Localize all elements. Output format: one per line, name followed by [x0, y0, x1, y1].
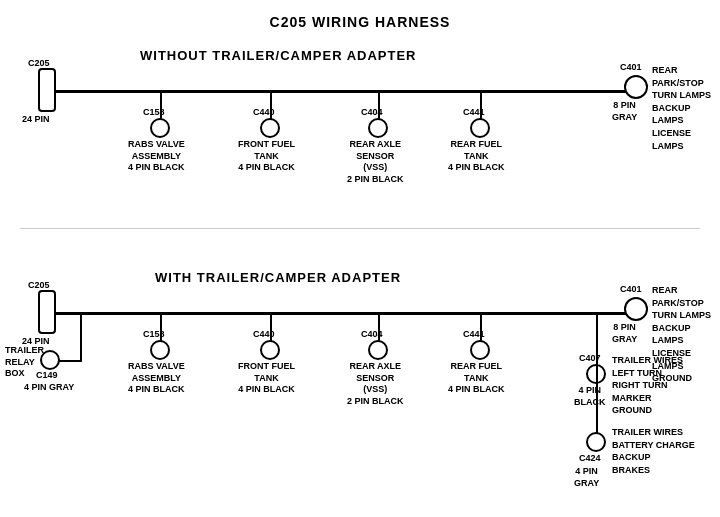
section1-c158-label: RABS VALVEASSEMBLY4 PIN BLACK [128, 139, 185, 174]
section2-left-connector [38, 290, 56, 334]
section2-c149-vline1 [80, 312, 82, 362]
section1-right-labels: REAR PARK/STOPTURN LAMPSBACKUP LAMPSLICE… [652, 64, 720, 152]
section2-main-line [55, 312, 635, 315]
section2-c440-label: FRONT FUELTANK4 PIN BLACK [238, 361, 295, 396]
section2-c441 [470, 340, 490, 360]
section1-c404-label: REAR AXLESENSOR(VSS)2 PIN BLACK [347, 139, 404, 186]
section1-c440-label: FRONT FUELTANK4 PIN BLACK [238, 139, 295, 174]
section2-c440-id: C440 [253, 329, 275, 341]
section2-c149-pin: 4 PIN GRAY [24, 382, 74, 394]
section1-c404 [368, 118, 388, 138]
section2-c441-label: REAR FUELTANK4 PIN BLACK [448, 361, 505, 396]
section1-c441-label: REAR FUELTANK4 PIN BLACK [448, 139, 505, 174]
section1-c158-id: C158 [143, 107, 165, 119]
section2-c424-id: C424 [579, 453, 601, 465]
section1-c441 [470, 118, 490, 138]
section-divider [20, 228, 700, 229]
section2-c404 [368, 340, 388, 360]
section2-right-id: C401 [620, 284, 642, 296]
section1-c440 [260, 118, 280, 138]
section2-c424 [586, 432, 606, 452]
section2-c149 [40, 350, 60, 370]
section1-right-pin: 8 PINGRAY [612, 100, 637, 123]
section1-label: WITHOUT TRAILER/CAMPER ADAPTER [140, 48, 417, 63]
section1-main-line [55, 90, 635, 93]
diagram-area: C205 WIRING HARNESS WITHOUT TRAILER/CAMP… [0, 0, 720, 490]
section2-c158-id: C158 [143, 329, 165, 341]
section1-left-connector [38, 68, 56, 112]
section2-c407-label: TRAILER WIRESLEFT TURNRIGHT TURNMARKERGR… [612, 354, 683, 417]
section2-c407-pin: 4 PINBLACK [574, 385, 606, 408]
section2-label: WITH TRAILER/CAMPER ADAPTER [155, 270, 401, 285]
section2-c424-label: TRAILER WIRESBATTERY CHARGEBACKUPBRAKES [612, 426, 695, 476]
section2-right-pin: 8 PINGRAY [612, 322, 637, 345]
page-title: C205 WIRING HARNESS [0, 6, 720, 30]
section2-c404-label: REAR AXLESENSOR(VSS)2 PIN BLACK [347, 361, 404, 408]
section2-c158-label: RABS VALVEASSEMBLY4 PIN BLACK [128, 361, 185, 396]
section1-left-id: C205 [28, 58, 50, 70]
section2-c404-id: C404 [361, 329, 383, 341]
section2-right-connector [624, 297, 648, 321]
section1-c441-id: C441 [463, 107, 485, 119]
section2-c441-id: C441 [463, 329, 485, 341]
section2-c158 [150, 340, 170, 360]
section2-c424-pin: 4 PINGRAY [574, 466, 599, 489]
section1-c404-id: C404 [361, 107, 383, 119]
section1-c158 [150, 118, 170, 138]
section2-c440 [260, 340, 280, 360]
section1-right-id: C401 [620, 62, 642, 74]
section2-c149-id: C149 [36, 370, 58, 382]
section1-left-pin: 24 PIN [22, 114, 50, 126]
section2-c424-vline [596, 312, 598, 442]
section2-left-id: C205 [28, 280, 50, 292]
section1-right-connector [624, 75, 648, 99]
section1-c440-id: C440 [253, 107, 275, 119]
